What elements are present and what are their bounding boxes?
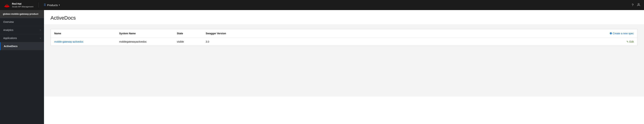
col-header-state: State <box>177 32 206 35</box>
sidebar-item-activedocs-label: ActiveDocs <box>4 45 18 48</box>
create-new-spec-label: Create a new spec <box>613 32 634 35</box>
sidebar-item-activedocs[interactable]: ActiveDocs <box>0 42 44 50</box>
cell-system-name: mobilegatewayactivedoc <box>119 40 177 43</box>
sidebar-item-applications-label: Applications <box>3 37 17 40</box>
redhat-logo <box>4 2 10 8</box>
col-header-swagger-version: Swagger Version <box>206 32 610 35</box>
col-header-name: Name <box>54 32 119 35</box>
products-menu[interactable]: ⠿ Products ▾ <box>44 3 60 7</box>
col-header-system-name: System Name <box>119 32 177 35</box>
cell-name: mobile-gateway-activedoc <box>54 40 119 43</box>
cell-swagger-version: 3.0 <box>206 40 626 43</box>
sidebar-item-overview[interactable]: Overview <box>0 18 44 26</box>
products-label: Products <box>47 3 58 7</box>
main-content: ActiveDocs Name System Name State Swagge… <box>44 10 644 124</box>
help-icon[interactable]: ? <box>632 3 634 7</box>
redhat-logo-icon <box>4 2 10 8</box>
svg-point-1 <box>638 3 639 5</box>
content-area: Name System Name State Swagger Version ⊕… <box>44 25 644 97</box>
sidebar-product-name: globex-mobile-gateway-product <box>0 10 44 18</box>
table-row: mobile-gateway-activedoc mobilegatewayac… <box>51 38 637 46</box>
create-new-spec-button[interactable]: ⊕ Create a new spec <box>610 32 634 35</box>
activedoc-link[interactable]: mobile-gateway-activedoc <box>54 40 84 43</box>
chevron-down-icon: ▾ <box>59 4 60 6</box>
chevron-right-icon: › <box>40 29 41 31</box>
cell-state: visible <box>177 40 206 43</box>
sidebar: globex-mobile-gateway-product Overview A… <box>0 10 44 124</box>
chevron-right-icon: › <box>40 37 41 39</box>
sidebar-item-applications[interactable]: Applications › <box>0 34 44 42</box>
sidebar-item-analytics[interactable]: Analytics › <box>0 26 44 34</box>
sidebar-item-analytics-label: Analytics <box>3 29 13 31</box>
top-navigation: Red Hat 3scale API Management ⠿ Products… <box>0 0 644 10</box>
brand-line2: 3scale API Management <box>12 5 33 8</box>
edit-button[interactable]: ✎ Edit <box>626 40 634 43</box>
activedocs-table: Name System Name State Swagger Version ⊕… <box>50 29 638 46</box>
topnav-right: ? <box>632 3 640 7</box>
layout: globex-mobile-gateway-product Overview A… <box>0 10 644 124</box>
table-header-row: Name System Name State Swagger Version ⊕… <box>51 29 637 38</box>
user-icon[interactable] <box>637 3 640 7</box>
edit-label: Edit <box>630 40 634 43</box>
pencil-icon: ✎ <box>626 40 629 43</box>
page-title: ActiveDocs <box>50 15 638 21</box>
page-header: ActiveDocs <box>44 10 644 25</box>
brand: Red Hat 3scale API Management <box>4 2 33 8</box>
apps-icon: ⠿ <box>44 3 46 7</box>
sidebar-item-overview-label: Overview <box>3 20 14 23</box>
plus-icon: ⊕ <box>610 32 612 35</box>
brand-line1: Red Hat <box>12 2 33 5</box>
